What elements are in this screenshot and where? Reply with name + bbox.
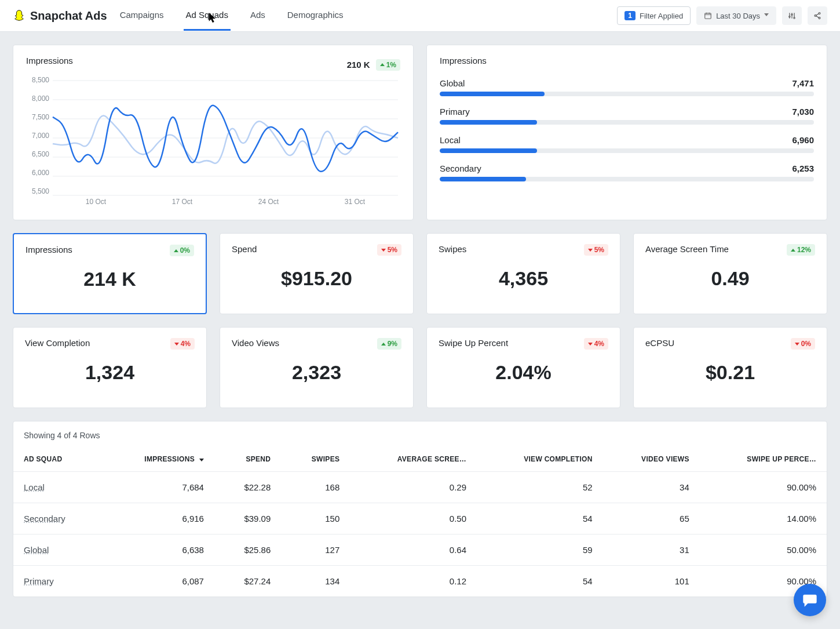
svg-rect-0 <box>705 13 711 19</box>
kpi-tile[interactable]: Spend 5% $915.20 <box>220 233 414 314</box>
table-cell: 0.29 <box>350 472 477 503</box>
kpi-label: eCPSU <box>645 338 674 348</box>
impressions-bars-card: Impressions Global 7,471 Primary 7,030 L… <box>426 45 827 220</box>
topbar-actions: 1 Filter Applied Last 30 Days <box>617 6 827 25</box>
table-cell: 14.00% <box>700 503 827 535</box>
table-cell-name: Primary <box>13 566 101 597</box>
ad-squad-link[interactable]: Local <box>24 482 45 492</box>
kpi-label: Impressions <box>25 245 72 254</box>
arrow-up-icon <box>174 249 178 252</box>
tabs: Campaigns Ad Squads Ads Demographics <box>118 1 346 31</box>
kpi-tile[interactable]: Video Views 9% 2,323 <box>220 327 414 408</box>
share-button[interactable] <box>808 6 827 25</box>
kpi-change-badge: 0% <box>170 245 194 256</box>
share-icon <box>813 12 821 20</box>
svg-point-3 <box>794 17 795 19</box>
table-cell: $39.09 <box>214 503 281 535</box>
kpi-value: $915.20 <box>232 267 401 290</box>
line-chart: 8,5008,0007,5007,0006,5006,0005,500 10 O… <box>26 76 400 209</box>
kpi-tile[interactable]: Swipes 5% 4,365 <box>426 233 620 314</box>
kpi-change-badge: 12% <box>787 244 815 256</box>
tab-campaigns[interactable]: Campaigns <box>118 1 166 31</box>
arrow-down-icon <box>174 343 179 346</box>
brand-text: Snapchat Ads <box>30 9 107 23</box>
arrow-down-icon <box>588 343 593 346</box>
bar-track <box>440 148 814 153</box>
kpi-tile[interactable]: Average Screen Time 12% 0.49 <box>633 233 827 314</box>
table-cell: 65 <box>603 503 700 535</box>
tab-demographics[interactable]: Demographics <box>285 1 346 31</box>
bar-fill <box>440 92 545 96</box>
bar-label: Global <box>440 78 465 88</box>
table-cell: 150 <box>281 503 350 535</box>
kpi-tile[interactable]: View Completion 4% 1,324 <box>13 327 207 408</box>
topbar: Snapchat Ads Campaigns Ad Squads Ads Dem… <box>0 0 840 32</box>
svg-point-1 <box>789 16 790 17</box>
table-cell: 59 <box>477 535 603 566</box>
tab-ads[interactable]: Ads <box>248 1 268 31</box>
table-cell: 90.00% <box>700 472 827 503</box>
kpi-tile[interactable]: Swipe Up Percent 4% 2.04% <box>426 327 620 408</box>
table-column-header[interactable]: SWIPES <box>281 447 350 472</box>
bar-fill <box>440 148 537 153</box>
table-column-header[interactable]: IMPRESSIONS <box>101 447 214 472</box>
table-column-header[interactable]: AD SQUAD <box>13 447 101 472</box>
bar-fill <box>440 120 537 125</box>
table-cell: 0.64 <box>350 535 477 566</box>
bar-track <box>440 92 814 96</box>
kpi-value: 214 K <box>25 268 194 290</box>
brand: Snapchat Ads <box>13 9 107 23</box>
settings-sliders-button[interactable] <box>782 6 802 25</box>
table-column-header[interactable]: VIDEO VIEWS <box>603 447 700 472</box>
bar-label: Local <box>440 135 461 145</box>
bar-value: 6,960 <box>792 135 814 145</box>
bar-value: 7,030 <box>792 107 814 117</box>
ad-squad-link[interactable]: Primary <box>24 576 54 586</box>
table-column-header[interactable]: AVERAGE SCREE… <box>350 447 477 472</box>
kpi-value: 4,365 <box>439 267 608 290</box>
kpi-change-badge: 4% <box>584 338 608 350</box>
date-range-button[interactable]: Last 30 Days <box>696 6 776 25</box>
tab-ad-squads[interactable]: Ad Squads <box>184 1 231 31</box>
table-column-header[interactable]: SPEND <box>214 447 281 472</box>
bar-row: Primary 7,030 <box>440 107 814 125</box>
table-row: Local7,684$22.281680.29523490.00% <box>13 472 827 503</box>
table-cell: 6,638 <box>101 535 214 566</box>
table-cell-name: Secondary <box>13 503 101 535</box>
y-axis: 8,5008,0007,5007,0006,5006,0005,500 <box>26 76 49 195</box>
snapchat-icon <box>13 9 25 22</box>
table-cell: 168 <box>281 472 350 503</box>
table-cell: 34 <box>603 472 700 503</box>
table-cell-name: Global <box>13 535 101 566</box>
filter-button[interactable]: 1 Filter Applied <box>617 6 691 25</box>
table-cell: $25.86 <box>214 535 281 566</box>
kpi-tile[interactable]: Impressions 0% 214 K <box>13 233 207 314</box>
table-status: Showing 4 of 4 Rows <box>13 431 827 447</box>
table-cell: $22.28 <box>214 472 281 503</box>
table-column-header[interactable]: VIEW COMPLETION <box>477 447 603 472</box>
table-cell: 6,087 <box>101 566 214 597</box>
bar-value: 6,253 <box>792 163 814 173</box>
bars-card-title: Impressions <box>440 56 814 66</box>
kpi-change-badge: 5% <box>584 244 608 256</box>
table-row: Secondary6,916$39.091500.50546514.00% <box>13 503 827 535</box>
arrow-down-icon <box>588 249 593 252</box>
kpi-change-badge: 4% <box>170 338 195 350</box>
table-column-header[interactable]: SWIPE UP PERCE… <box>700 447 827 472</box>
ad-squad-link[interactable]: Secondary <box>24 514 65 523</box>
table-cell: 7,684 <box>101 472 214 503</box>
ad-squad-link[interactable]: Global <box>24 545 49 555</box>
data-table: AD SQUADIMPRESSIONSSPENDSWIPESAVERAGE SC… <box>13 447 827 597</box>
kpi-value: 2.04% <box>439 361 608 384</box>
table-header-row: AD SQUADIMPRESSIONSSPENDSWIPESAVERAGE SC… <box>13 447 827 472</box>
impressions-line-card: Impressions 210 K 1% 8,5008,0007,5007,00… <box>13 45 414 220</box>
bar-value: 7,471 <box>792 78 814 88</box>
kpi-value: 1,324 <box>25 361 195 384</box>
table-body: Local7,684$22.281680.29523490.00%Seconda… <box>13 472 827 597</box>
arrow-down-icon <box>795 343 799 346</box>
kpi-grid: Impressions 0% 214 K Spend 5% $915.20 Sw… <box>13 233 827 408</box>
table-cell: 54 <box>477 503 603 535</box>
kpi-label: Average Screen Time <box>645 244 729 254</box>
calendar-icon <box>704 12 712 20</box>
kpi-tile[interactable]: eCPSU 0% $0.21 <box>633 327 827 408</box>
